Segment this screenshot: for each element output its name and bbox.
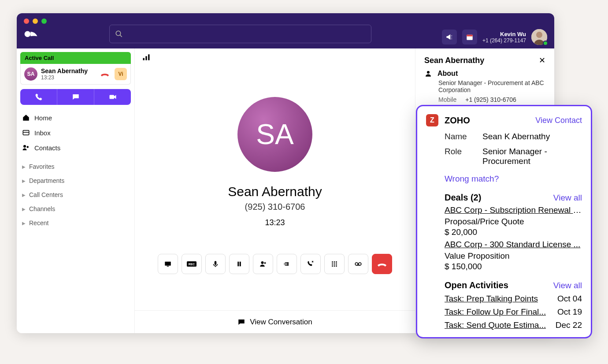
svg-point-0: [25, 31, 31, 37]
transfer-button[interactable]: [277, 254, 297, 274]
close-window-button[interactable]: [24, 19, 29, 24]
svg-point-25: [332, 261, 333, 263]
mute-button[interactable]: [205, 254, 226, 274]
titlebar: Kevin Wu +1 (264) 279-1147: [17, 13, 554, 48]
svg-point-6: [536, 32, 542, 38]
message-tab[interactable]: [57, 89, 94, 105]
avatar-wrap[interactable]: [531, 29, 547, 45]
zoho-popup: Z ZOHO View Contact Name Sean K Abernath…: [416, 105, 592, 338]
current-user-phone: +1 (264) 279-1147: [482, 37, 526, 44]
nav-contacts-label: Contacts: [34, 144, 60, 152]
call-timer: 13:23: [265, 218, 285, 227]
activity-item: Task: Prep Talking Points Oct 04: [445, 294, 582, 304]
current-user-name: Kevin Wu: [482, 31, 526, 37]
active-call-banner: Active Call: [20, 52, 131, 64]
deal-amount: $ 20,000: [445, 227, 582, 237]
svg-rect-7: [109, 95, 114, 99]
deal-title[interactable]: ABC Corp - Subscription Renewal -...: [445, 205, 582, 215]
view-contact-link[interactable]: View Contact: [535, 116, 582, 125]
details-title: Sean Abernathy: [424, 56, 484, 65]
zoho-name-value: Sean K Abernathy: [482, 132, 582, 141]
deal-title[interactable]: ABC Corp - 300 Standard License ...: [445, 240, 582, 249]
group-call-centers[interactable]: ▶Call Centers: [20, 188, 131, 202]
main-panel: SA Sean Abernathy (925) 310-6706 13:23 R…: [135, 48, 415, 333]
activity-date: Dec 22: [556, 320, 582, 330]
active-call-card[interactable]: SA Sean Abernathy 13:23 Vi: [20, 64, 131, 85]
svg-point-11: [27, 146, 29, 148]
minimize-window-button[interactable]: [33, 19, 38, 24]
svg-rect-21: [240, 262, 241, 267]
hangup-icon: [377, 260, 387, 267]
current-user-info: Kevin Wu +1 (264) 279-1147: [482, 31, 526, 44]
window-controls: [24, 19, 47, 24]
chat-icon: [237, 318, 245, 326]
caller-name: Sean Abernathy: [228, 184, 322, 199]
wrong-match-link[interactable]: Wrong match?: [445, 174, 582, 184]
activity-title[interactable]: Task: Send Quote Estima...: [445, 320, 546, 330]
voicemail-icon: [354, 260, 362, 268]
group-recent[interactable]: ▶Recent: [20, 216, 131, 230]
mobile-label: Mobile: [438, 96, 456, 103]
sidebar: Active Call SA Sean Abernathy 13:23 Vi: [17, 48, 135, 333]
activities-view-all[interactable]: View all: [553, 281, 582, 290]
announcements-button[interactable]: [442, 30, 457, 45]
activity-title[interactable]: Task: Prep Talking Points: [445, 294, 538, 304]
svg-point-33: [336, 265, 337, 267]
hangup-icon: [100, 71, 110, 77]
add-participant-button[interactable]: [253, 254, 273, 274]
zoho-brand: ZOHO: [445, 115, 470, 126]
nav-contacts[interactable]: Contacts: [20, 140, 131, 155]
deal-item: ABC Corp - Subscription Renewal -... Pro…: [445, 205, 582, 237]
activity-item: Task: Follow Up For Final... Oct 19: [445, 307, 582, 317]
phone-icon: [35, 93, 43, 101]
svg-point-31: [332, 265, 333, 267]
svg-point-26: [334, 261, 335, 263]
record-button[interactable]: REC: [182, 254, 202, 274]
svg-rect-14: [148, 54, 149, 60]
nav-inbox[interactable]: Inbox: [20, 125, 131, 140]
search-input[interactable]: [109, 25, 371, 43]
svg-rect-13: [145, 56, 147, 60]
transfer-icon: [283, 260, 291, 268]
svg-rect-20: [237, 262, 239, 267]
activity-title[interactable]: Task: Follow Up For Final...: [445, 307, 546, 317]
zoho-logo: Z: [426, 114, 438, 126]
svg-point-27: [336, 261, 337, 263]
signal-icon: [142, 53, 151, 62]
hangup-button[interactable]: [372, 254, 392, 274]
hangup-mini-button[interactable]: [99, 70, 111, 78]
active-call-duration: 13:23: [41, 74, 95, 81]
group-favorites[interactable]: ▶Favorites: [20, 160, 131, 174]
svg-point-1: [116, 31, 121, 36]
call-park-button[interactable]: [300, 254, 321, 274]
calendar-button[interactable]: [462, 30, 477, 45]
dialpad-icon: [330, 260, 338, 268]
caller-avatar: SA: [24, 67, 37, 81]
hold-button[interactable]: [229, 254, 249, 274]
maximize-window-button[interactable]: [41, 19, 47, 24]
zoho-name-label: Name: [445, 132, 474, 141]
svg-rect-15: [165, 262, 171, 266]
svg-line-2: [120, 35, 122, 37]
deals-heading: Deals (2): [445, 193, 481, 203]
view-conversation-button[interactable]: View Conversation: [135, 310, 415, 333]
home-icon: [22, 114, 30, 122]
megaphone-icon: [445, 33, 453, 41]
voicemail-button[interactable]: [348, 254, 368, 274]
mic-icon: [211, 260, 219, 268]
presence-indicator: [543, 41, 548, 46]
video-icon: [109, 93, 117, 101]
call-tab[interactable]: [20, 89, 57, 105]
svg-point-34: [355, 263, 358, 265]
screenshare-button[interactable]: [158, 254, 178, 274]
group-departments[interactable]: ▶Departments: [20, 174, 131, 188]
nav-home[interactable]: Home: [20, 110, 131, 125]
activity-date: Oct 19: [557, 307, 582, 317]
close-details-button[interactable]: ✕: [539, 56, 545, 65]
calendar-icon: [466, 33, 474, 41]
dialpad-button[interactable]: [324, 254, 345, 274]
video-tab[interactable]: [94, 89, 131, 105]
deals-view-all[interactable]: View all: [553, 193, 582, 203]
active-call-name: Sean Abernathy: [41, 67, 95, 74]
group-channels[interactable]: ▶Channels: [20, 202, 131, 216]
